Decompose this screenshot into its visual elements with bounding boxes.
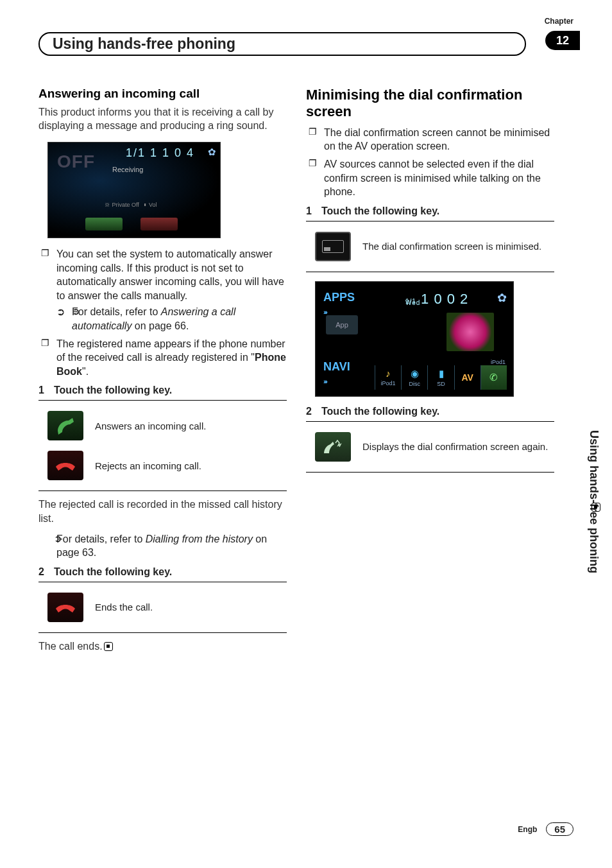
reject-call-icon[interactable] xyxy=(47,451,83,480)
minimise-key-row: The dial confirmation screen is minimise… xyxy=(306,232,554,261)
gear-icon: ✿ xyxy=(497,291,507,305)
ss2-sd-button[interactable]: ▮SD xyxy=(427,365,454,390)
header-title: Using hands-free phoning xyxy=(53,35,235,52)
note-phonebook: The registered name appears if the phone… xyxy=(38,337,287,379)
ss1-receiving-label: Receiving xyxy=(112,166,143,173)
end-call-desc: Ends the call. xyxy=(95,601,287,614)
ss1-bottom-buttons xyxy=(85,216,194,232)
reject-key-row: Rejects an incoming call. xyxy=(38,451,287,480)
ref-dial-history: For details, refer to Dialling from the … xyxy=(38,532,287,560)
ss2-ipod-label: iPod1 xyxy=(491,359,506,365)
note-av-sources: AV sources cannot be selected even if th… xyxy=(306,157,554,199)
ss2-phone-button[interactable]: ✆ xyxy=(480,365,507,390)
answer-key-row: Answers an incoming call. xyxy=(38,411,287,440)
ss2-ipod-button[interactable]: ♪iPod1 xyxy=(375,365,401,390)
ss1-private-label: ⛭ Private Off ▮ Vol xyxy=(105,202,157,208)
divider xyxy=(306,272,554,272)
divider xyxy=(38,400,287,401)
answer-key-desc: Answers an incoming call. xyxy=(95,420,287,433)
home-screen-screenshot: APPS››› 1/1 1 0 0 2Wed ✿ App iPod1 NAVI›… xyxy=(315,281,514,397)
divider xyxy=(306,221,554,221)
incoming-call-screenshot: OFF 1/1 1 1 0 4 ✿ Receiving ⛭ Private Of… xyxy=(47,142,221,238)
restore-key-row: Displays the dial confirmation screen ag… xyxy=(306,432,554,462)
reject-key-desc: Rejects an incoming call. xyxy=(95,460,287,473)
gear-icon: ✿ xyxy=(208,146,216,158)
divider xyxy=(38,582,287,582)
ss1-answer-button[interactable] xyxy=(85,218,123,230)
ss2-album-art xyxy=(446,313,494,351)
right-step-2: 2Touch the following key. xyxy=(306,406,554,417)
ss2-navi-label: NAVI››› xyxy=(323,360,350,387)
restore-key-desc: Displays the dial confirmation screen ag… xyxy=(362,440,554,453)
answering-notes: You can set the system to automatically … xyxy=(38,247,287,378)
minimising-heading: Minimising the dial confirmation screen xyxy=(306,87,554,121)
side-section-end-icon xyxy=(590,501,600,512)
divider xyxy=(38,490,287,491)
note-min-av: The dial confirmation screen cannot be m… xyxy=(306,126,554,153)
divider xyxy=(306,421,554,422)
section-end-icon xyxy=(104,642,113,651)
ss2-app-tile[interactable]: App xyxy=(326,315,358,334)
call-ends-text: The call ends. xyxy=(38,639,287,654)
ss2-apps-label: APPS››› xyxy=(323,291,355,318)
ss2-source-bar: ♪iPod1 ◉Disc ▮SD AV ✆ xyxy=(375,365,507,390)
minimising-notes: The dial confirmation screen cannot be m… xyxy=(306,126,554,199)
divider xyxy=(306,472,554,473)
ss2-av-button[interactable]: AV xyxy=(454,365,480,390)
ref-auto-answer: ➲ For details, refer to Answering a call… xyxy=(56,305,287,333)
ss1-time: 1/1 1 1 0 4 xyxy=(126,146,194,160)
chapter-label: Chapter xyxy=(545,17,574,26)
ss1-off-label: OFF xyxy=(57,152,95,172)
page-number: 65 xyxy=(546,822,574,836)
minimise-icon[interactable] xyxy=(315,232,351,261)
answering-intro: This product informs you that it is rece… xyxy=(38,105,287,133)
content-columns: Answering an incoming call This product … xyxy=(38,87,554,659)
minimise-key-desc: The dial confirmation screen is minimise… xyxy=(362,240,554,253)
end-call-icon[interactable] xyxy=(47,593,83,622)
end-call-row: Ends the call. xyxy=(38,593,287,622)
chapter-number-badge: 12 xyxy=(545,31,580,50)
rejected-note: The rejected call is recorded in the mis… xyxy=(38,498,287,525)
left-column: Answering an incoming call This product … xyxy=(38,87,287,659)
right-step-1: 1Touch the following key. xyxy=(306,205,554,217)
page-header: Chapter 12 Using hands-free phoning xyxy=(38,19,574,56)
right-column: Minimising the dial confirmation screen … xyxy=(306,87,554,659)
rejected-ref-list: For details, refer to Dialling from the … xyxy=(38,532,287,560)
note-auto-answer: You can set the system to automatically … xyxy=(38,247,287,333)
divider xyxy=(38,632,287,633)
left-step-2: 2Touch the following key. xyxy=(38,566,287,578)
page-footer: Engb 65 xyxy=(518,822,574,836)
phone-pulse-icon[interactable] xyxy=(315,432,351,462)
footer-language: Engb xyxy=(518,825,537,834)
left-step-1: 1Touch the following key. xyxy=(38,385,287,396)
answering-heading: Answering an incoming call xyxy=(38,87,287,101)
answer-call-icon[interactable] xyxy=(47,411,83,440)
ss1-reject-button[interactable] xyxy=(140,218,178,230)
header-title-bar: Using hands-free phoning xyxy=(38,32,526,56)
ss2-disc-button[interactable]: ◉Disc xyxy=(401,365,427,390)
